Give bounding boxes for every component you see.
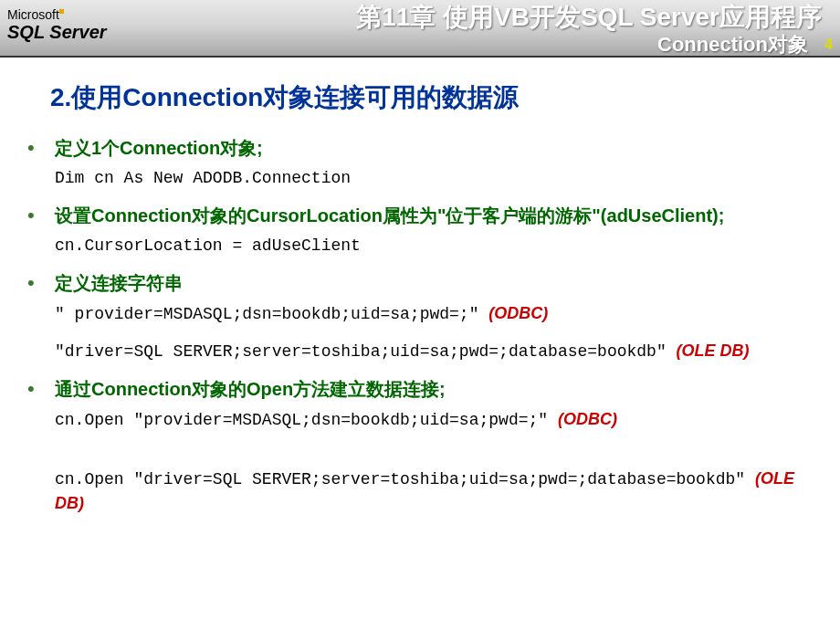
section-title: Connection对象 <box>657 31 808 58</box>
logo-microsoft: Microsoft <box>7 7 107 22</box>
code-2: cn.CursorLocation = adUseClient <box>55 234 813 257</box>
code-3a-text: " provider=MSDASQL;dsn=bookdb;uid=sa;pwd… <box>55 305 478 323</box>
chapter-title: 第11章 使用VB开发SQL Server应用程序 <box>356 0 822 35</box>
logo-dot-icon <box>59 9 64 14</box>
bullet-icon: • <box>27 376 55 402</box>
bullet-1-text: 定义1个Connection对象; <box>55 135 263 161</box>
slide-header: Microsoft SQL Server 第11章 使用VB开发SQL Serv… <box>0 0 840 58</box>
bullet-4: • 通过Connection对象的Open方法建立数据连接; <box>27 376 813 402</box>
logo-sqlserver: SQL Server <box>7 22 107 43</box>
page-number: 4 <box>824 37 833 53</box>
bullet-3-text: 定义连接字符串 <box>55 270 183 296</box>
bullet-icon: • <box>27 270 55 296</box>
bullet-2: • 设置Connection对象的CursorLocation属性为"位于客户端… <box>27 203 813 228</box>
bullet-4-text: 通过Connection对象的Open方法建立数据连接; <box>55 376 446 402</box>
content-title: 2.使用Connection对象连接可用的数据源 <box>50 80 813 115</box>
logo-area: Microsoft SQL Server <box>7 7 107 43</box>
code-3b-text: "driver=SQL SERVER;server=toshiba;uid=sa… <box>55 342 667 361</box>
bullet-icon: • <box>27 203 55 228</box>
code-3a: " provider=MSDASQL;dsn=bookdb;uid=sa;pwd… <box>55 301 813 326</box>
code-4a-text: cn.Open "provider=MSDASQL;dsn=bookdb;uid… <box>55 411 548 429</box>
spacer <box>27 445 813 461</box>
code-4b-text: cn.Open "driver=SQL SERVER;server=toshib… <box>55 470 755 488</box>
bullet-1: • 定义1个Connection对象; <box>27 135 813 161</box>
code-3a-note: (ODBC) <box>488 304 548 322</box>
code-1: Dim cn As New ADODB.Connection <box>55 166 813 190</box>
bullet-3: • 定义连接字符串 <box>27 270 813 296</box>
logo-ms-text: Microsoft <box>7 7 59 22</box>
code-3b: "driver=SQL SERVER;server=toshiba;uid=sa… <box>55 339 813 363</box>
code-3b-note: (OLE DB) <box>677 341 750 360</box>
slide-content: 2.使用Connection对象连接可用的数据源 • 定义1个Connectio… <box>0 58 840 538</box>
bullet-icon: • <box>27 135 55 161</box>
code-4b: cn.Open "driver=SQL SERVER;server=toshib… <box>55 467 813 516</box>
code-4a-note: (ODBC) <box>558 410 617 428</box>
code-4a: cn.Open "provider=MSDASQL;dsn=bookdb;uid… <box>55 407 813 432</box>
bullet-2-text: 设置Connection对象的CursorLocation属性为"位于客户端的游… <box>55 203 724 228</box>
